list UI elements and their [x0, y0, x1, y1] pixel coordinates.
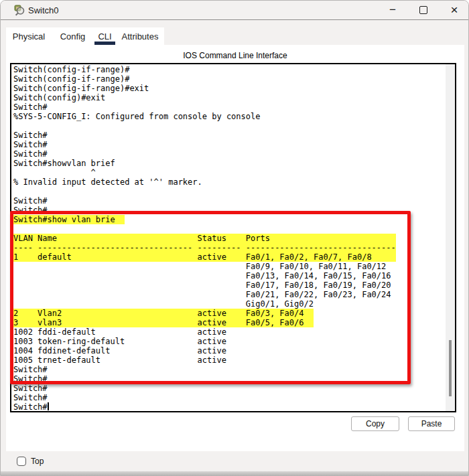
device-window: Switch0 − × Physical Config CLI Attribut…: [0, 0, 469, 476]
maximize-icon: [419, 6, 427, 14]
tab-config[interactable]: Config: [52, 27, 94, 45]
cli-panel-title: IOS Command Line Interface: [6, 51, 464, 60]
terminal-output[interactable]: Switch(config-if-range)#Switch(config-if…: [10, 63, 456, 412]
minimize-button[interactable]: −: [377, 1, 408, 19]
scrollbar-thumb[interactable]: [449, 340, 452, 396]
terminal-cursor: [48, 402, 49, 410]
top-checkbox[interactable]: [17, 457, 26, 466]
terminal-text: Switch(config-if-range)#Switch(config-if…: [13, 65, 396, 412]
close-icon: ×: [450, 3, 458, 17]
minimize-icon: −: [389, 3, 396, 17]
window-bottom-edge: [1, 471, 468, 475]
title-bar[interactable]: Switch0 − ×: [1, 1, 468, 20]
window-title: Switch0: [28, 5, 59, 15]
tab-physical[interactable]: Physical: [6, 27, 52, 45]
packet-tracer-icon: [14, 5, 25, 16]
terminal-scrollbar[interactable]: [446, 64, 455, 411]
copy-button[interactable]: Copy: [351, 416, 399, 431]
tab-attributes[interactable]: Attributes: [116, 27, 164, 45]
top-checkbox-label: Top: [31, 457, 44, 466]
paste-button[interactable]: Paste: [408, 416, 455, 431]
close-button[interactable]: ×: [439, 1, 469, 19]
maximize-button[interactable]: [408, 1, 439, 19]
